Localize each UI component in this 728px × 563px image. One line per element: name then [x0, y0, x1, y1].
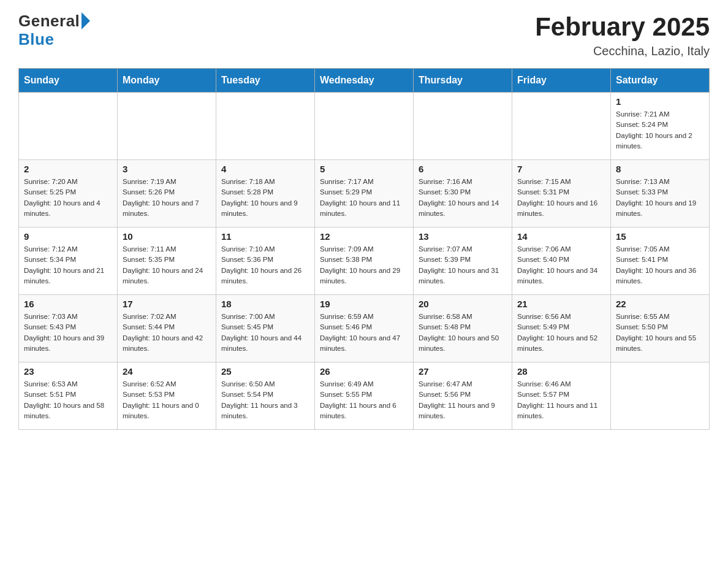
- day-number: 26: [320, 366, 408, 377]
- day-info: Sunrise: 6:59 AMSunset: 5:46 PMDaylight:…: [320, 312, 408, 354]
- logo-general-text: General: [18, 12, 80, 30]
- calendar-cell: 14Sunrise: 7:06 AMSunset: 5:40 PMDayligh…: [512, 228, 611, 295]
- calendar-week-row: 23Sunrise: 6:53 AMSunset: 5:51 PMDayligh…: [19, 362, 710, 430]
- calendar-cell: [315, 93, 414, 160]
- day-number: 22: [616, 299, 704, 309]
- day-number: 6: [419, 164, 507, 174]
- logo-blue-text: Blue: [18, 30, 54, 49]
- day-number: 2: [24, 164, 112, 174]
- calendar-cell: 1Sunrise: 7:21 AMSunset: 5:24 PMDaylight…: [611, 93, 710, 160]
- calendar-cell: 18Sunrise: 7:00 AMSunset: 5:45 PMDayligh…: [216, 295, 315, 362]
- calendar-cell: 3Sunrise: 7:19 AMSunset: 5:26 PMDaylight…: [118, 160, 216, 228]
- day-number: 14: [517, 231, 605, 242]
- day-number: 16: [24, 299, 112, 309]
- calendar-cell: [611, 362, 710, 430]
- calendar-cell: 4Sunrise: 7:18 AMSunset: 5:28 PMDaylight…: [216, 160, 315, 228]
- calendar-cell: 10Sunrise: 7:11 AMSunset: 5:35 PMDayligh…: [118, 228, 216, 295]
- day-number: 21: [517, 299, 605, 309]
- day-header-sunday: Sunday: [19, 69, 118, 93]
- day-number: 23: [24, 366, 112, 377]
- calendar-cell: 15Sunrise: 7:05 AMSunset: 5:41 PMDayligh…: [611, 228, 710, 295]
- calendar-cell: 7Sunrise: 7:15 AMSunset: 5:31 PMDaylight…: [512, 160, 611, 228]
- day-info: Sunrise: 7:09 AMSunset: 5:38 PMDaylight:…: [320, 244, 408, 286]
- day-number: 13: [419, 231, 507, 242]
- calendar-cell: 24Sunrise: 6:52 AMSunset: 5:53 PMDayligh…: [118, 362, 216, 430]
- day-number: 17: [123, 299, 211, 309]
- calendar-cell: 16Sunrise: 7:03 AMSunset: 5:43 PMDayligh…: [19, 295, 118, 362]
- calendar-cell: 6Sunrise: 7:16 AMSunset: 5:30 PMDaylight…: [414, 160, 512, 228]
- day-info: Sunrise: 6:52 AMSunset: 5:53 PMDaylight:…: [123, 379, 211, 421]
- calendar-cell: [414, 93, 512, 160]
- day-number: 10: [123, 231, 211, 242]
- calendar-cell: 22Sunrise: 6:55 AMSunset: 5:50 PMDayligh…: [611, 295, 710, 362]
- day-number: 8: [616, 164, 704, 174]
- day-info: Sunrise: 7:07 AMSunset: 5:39 PMDaylight:…: [419, 244, 507, 286]
- day-number: 20: [419, 299, 507, 309]
- calendar-cell: [19, 93, 118, 160]
- day-info: Sunrise: 6:53 AMSunset: 5:51 PMDaylight:…: [24, 379, 112, 421]
- day-number: 24: [123, 366, 211, 377]
- calendar-cell: [118, 93, 216, 160]
- calendar-cell: 26Sunrise: 6:49 AMSunset: 5:55 PMDayligh…: [315, 362, 414, 430]
- calendar-table: SundayMondayTuesdayWednesdayThursdayFrid…: [18, 68, 710, 430]
- day-number: 1: [616, 96, 704, 107]
- calendar-cell: 8Sunrise: 7:13 AMSunset: 5:33 PMDaylight…: [611, 160, 710, 228]
- day-header-monday: Monday: [118, 69, 216, 93]
- day-number: 25: [221, 366, 309, 377]
- day-number: 15: [616, 231, 704, 242]
- day-info: Sunrise: 7:16 AMSunset: 5:30 PMDaylight:…: [419, 177, 507, 219]
- day-info: Sunrise: 7:11 AMSunset: 5:35 PMDaylight:…: [123, 244, 211, 286]
- calendar-cell: 5Sunrise: 7:17 AMSunset: 5:29 PMDaylight…: [315, 160, 414, 228]
- day-number: 7: [517, 164, 605, 174]
- calendar-header-row: SundayMondayTuesdayWednesdayThursdayFrid…: [19, 69, 710, 93]
- calendar-cell: [512, 93, 611, 160]
- day-info: Sunrise: 6:46 AMSunset: 5:57 PMDaylight:…: [517, 379, 605, 421]
- day-info: Sunrise: 6:58 AMSunset: 5:48 PMDaylight:…: [419, 312, 507, 354]
- month-title: February 2025: [535, 12, 710, 42]
- day-number: 4: [221, 164, 309, 174]
- day-info: Sunrise: 6:49 AMSunset: 5:55 PMDaylight:…: [320, 379, 408, 421]
- page-header: General Blue February 2025 Cecchina, Laz…: [18, 12, 710, 58]
- day-info: Sunrise: 7:17 AMSunset: 5:29 PMDaylight:…: [320, 177, 408, 219]
- day-info: Sunrise: 6:50 AMSunset: 5:54 PMDaylight:…: [221, 379, 309, 421]
- calendar-cell: 17Sunrise: 7:02 AMSunset: 5:44 PMDayligh…: [118, 295, 216, 362]
- calendar-cell: 11Sunrise: 7:10 AMSunset: 5:36 PMDayligh…: [216, 228, 315, 295]
- calendar-cell: 12Sunrise: 7:09 AMSunset: 5:38 PMDayligh…: [315, 228, 414, 295]
- day-number: 3: [123, 164, 211, 174]
- calendar-cell: 13Sunrise: 7:07 AMSunset: 5:39 PMDayligh…: [414, 228, 512, 295]
- location-text: Cecchina, Lazio, Italy: [535, 44, 710, 58]
- day-info: Sunrise: 6:56 AMSunset: 5:49 PMDaylight:…: [517, 312, 605, 354]
- day-info: Sunrise: 7:00 AMSunset: 5:45 PMDaylight:…: [221, 312, 309, 354]
- calendar-week-row: 2Sunrise: 7:20 AMSunset: 5:25 PMDaylight…: [19, 160, 710, 228]
- day-number: 18: [221, 299, 309, 309]
- day-info: Sunrise: 7:15 AMSunset: 5:31 PMDaylight:…: [517, 177, 605, 219]
- day-header-wednesday: Wednesday: [315, 69, 414, 93]
- day-number: 5: [320, 164, 408, 174]
- calendar-cell: 27Sunrise: 6:47 AMSunset: 5:56 PMDayligh…: [414, 362, 512, 430]
- day-info: Sunrise: 7:20 AMSunset: 5:25 PMDaylight:…: [24, 177, 112, 219]
- day-number: 9: [24, 231, 112, 242]
- calendar-cell: 25Sunrise: 6:50 AMSunset: 5:54 PMDayligh…: [216, 362, 315, 430]
- day-info: Sunrise: 6:47 AMSunset: 5:56 PMDaylight:…: [419, 379, 507, 421]
- calendar-week-row: 9Sunrise: 7:12 AMSunset: 5:34 PMDaylight…: [19, 228, 710, 295]
- day-info: Sunrise: 7:21 AMSunset: 5:24 PMDaylight:…: [616, 109, 704, 151]
- day-info: Sunrise: 7:13 AMSunset: 5:33 PMDaylight:…: [616, 177, 704, 219]
- calendar-cell: 23Sunrise: 6:53 AMSunset: 5:51 PMDayligh…: [19, 362, 118, 430]
- day-info: Sunrise: 7:19 AMSunset: 5:26 PMDaylight:…: [123, 177, 211, 219]
- calendar-cell: 21Sunrise: 6:56 AMSunset: 5:49 PMDayligh…: [512, 295, 611, 362]
- calendar-cell: 20Sunrise: 6:58 AMSunset: 5:48 PMDayligh…: [414, 295, 512, 362]
- day-number: 28: [517, 366, 605, 377]
- day-number: 27: [419, 366, 507, 377]
- day-number: 12: [320, 231, 408, 242]
- day-info: Sunrise: 7:05 AMSunset: 5:41 PMDaylight:…: [616, 244, 704, 286]
- calendar-cell: 19Sunrise: 6:59 AMSunset: 5:46 PMDayligh…: [315, 295, 414, 362]
- day-header-thursday: Thursday: [414, 69, 512, 93]
- calendar-cell: 28Sunrise: 6:46 AMSunset: 5:57 PMDayligh…: [512, 362, 611, 430]
- logo: General Blue: [18, 12, 90, 49]
- calendar-week-row: 1Sunrise: 7:21 AMSunset: 5:24 PMDaylight…: [19, 93, 710, 160]
- calendar-week-row: 16Sunrise: 7:03 AMSunset: 5:43 PMDayligh…: [19, 295, 710, 362]
- day-info: Sunrise: 7:03 AMSunset: 5:43 PMDaylight:…: [24, 312, 112, 354]
- calendar-cell: [216, 93, 315, 160]
- calendar-cell: 2Sunrise: 7:20 AMSunset: 5:25 PMDaylight…: [19, 160, 118, 228]
- day-number: 19: [320, 299, 408, 309]
